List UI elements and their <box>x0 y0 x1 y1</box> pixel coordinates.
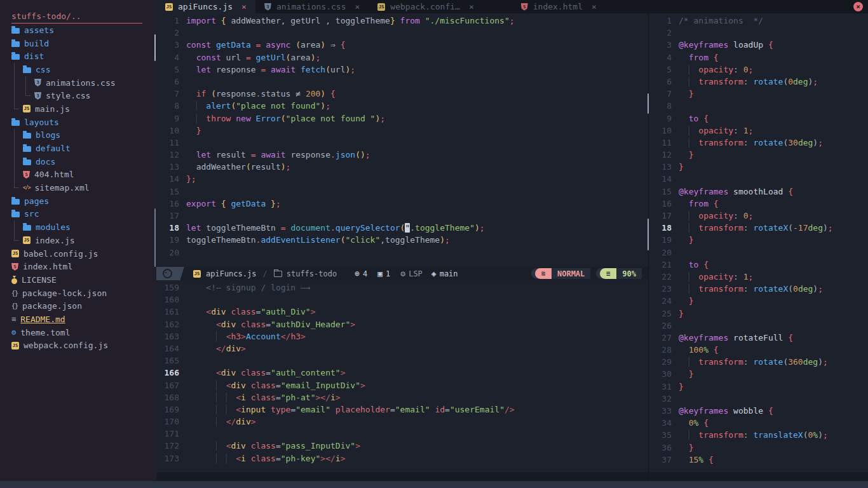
close-tab-icon[interactable]: × <box>469 2 474 11</box>
command-line[interactable] <box>0 481 868 488</box>
buffers-icon: ▣ <box>377 269 383 278</box>
line-number: 167 <box>156 379 186 391</box>
js-file-icon: JS <box>193 270 201 278</box>
tree-guide <box>11 102 23 116</box>
right-pane-scrollbar[interactable] <box>648 93 649 114</box>
line-number: 164 <box>156 342 186 355</box>
line-number: 3 <box>649 39 679 51</box>
code-line: 26 <box>649 320 868 332</box>
folder-icon <box>23 159 31 165</box>
folder-icon <box>23 67 31 73</box>
tab-label: index.html <box>533 2 583 11</box>
code-line: 165 <box>156 355 648 367</box>
line-number: 2 <box>649 27 679 39</box>
editor-animations-css[interactable]: 1/* animations */23@keyframes loadUp {4 … <box>649 13 868 472</box>
line-number: 4 <box>156 51 186 64</box>
tree-item-label: default <box>36 144 71 153</box>
tree-item-label: docs <box>36 157 55 166</box>
line-number: 6 <box>156 76 186 88</box>
line-number: 9 <box>156 112 186 125</box>
js-icon: JS <box>11 250 19 257</box>
folder-icon <box>274 271 282 277</box>
tree-item-readme-md[interactable]: ≡README.md <box>0 313 156 326</box>
tree-item-modules[interactable]: modules <box>0 220 156 234</box>
tree-item-animations-css[interactable]: 3animations.css <box>0 76 156 90</box>
tree-item-layouts[interactable]: layouts <box>0 116 156 129</box>
tree-item-license[interactable]: LICENSE <box>0 273 156 287</box>
tree-item-sitemap-xml[interactable]: </>sitemap.xml <box>0 181 156 194</box>
tree-item-pages[interactable]: pages <box>0 194 156 208</box>
tab-webpack-config[interactable]: JS webpack.confi… × <box>369 0 482 13</box>
tab-apifuncs-js[interactable]: JS apiFuncs.js × <box>156 0 255 13</box>
tree-item-404-html[interactable]: 5404.html <box>0 168 156 182</box>
code-line: 2 <box>156 27 648 39</box>
gear-icon: ⚙ <box>11 328 16 337</box>
statusline: JS apiFuncs.js / stuffs-todo ⊕ 4 ▣ 1 ⚙ <box>156 267 648 280</box>
statusline-filename: apiFuncs.js <box>206 269 256 278</box>
tree-root-title[interactable]: stuffs-todo/.. <box>11 11 142 24</box>
tree-item-webpack-config-js[interactable]: JSwebpack.config.js <box>0 339 156 353</box>
code-line: 164 </div> <box>156 342 648 355</box>
line-number: 13 <box>649 161 679 173</box>
sidebar-scrollbar[interactable] <box>154 208 156 267</box>
tree-item-main-js[interactable]: JSmain.js <box>0 102 156 116</box>
json-icon: {} <box>11 290 18 297</box>
line-number: 11 <box>156 137 186 149</box>
line-number: 19 <box>156 234 186 246</box>
tab-index-html[interactable]: 5 index.html × <box>512 0 606 13</box>
close-tab-icon[interactable]: × <box>355 2 360 11</box>
code-line: 9 ▏ throw new Error("place not found "); <box>156 112 648 125</box>
code-line: 20 <box>156 247 648 259</box>
js-file-icon: JS <box>377 3 385 11</box>
line-number: 1 <box>156 15 186 27</box>
close-tab-icon[interactable]: × <box>241 2 247 11</box>
close-all-button[interactable]: × <box>853 2 863 11</box>
git-added-count: 4 <box>363 269 367 278</box>
git-branch: main <box>440 269 458 278</box>
tree-item-package-lock-json[interactable]: {}package-lock.json <box>0 287 156 300</box>
tree-item-css[interactable]: css <box>0 63 156 76</box>
right-editor-column: 1/* animations */23@keyframes loadUp {4 … <box>648 13 868 481</box>
code-line: 24 } <box>649 295 868 307</box>
tree-item-style-css[interactable]: 3style.css <box>0 89 156 102</box>
line-number: 12 <box>156 149 186 161</box>
main-area: JS apiFuncs.js × 3 animations.css × JS w… <box>156 0 868 481</box>
tree-item-index-html[interactable]: 5index.html <box>0 260 156 273</box>
html-icon: 5 <box>11 263 18 271</box>
sidebar-scrollbar[interactable] <box>154 34 156 61</box>
editor-apifuncs-js[interactable]: 1import { addWeather, getUrl , toggleThe… <box>156 13 648 267</box>
code-line: 15@keyframes smoothLoad { <box>649 186 868 198</box>
code-line: 172 ▏ <div class="pass_InputDiv"> <box>156 440 648 452</box>
scroll-progress: ≡ 90% <box>596 268 642 279</box>
tree-item-label: animations.css <box>46 78 116 88</box>
folder-icon <box>11 41 20 47</box>
code-line: 161 <div class="auth_Div"> <box>156 306 648 318</box>
tree-item-blogs[interactable]: blogs <box>0 129 156 142</box>
line-number: 17 <box>156 210 186 222</box>
line-number: 11 <box>649 137 679 149</box>
tab-label: webpack.confi… <box>390 2 460 11</box>
code-line: 10 ▏ opacity: 1; <box>649 125 868 137</box>
file-tree-sidebar[interactable]: stuffs-todo/.. assetsbuilddistcss3animat… <box>0 0 156 481</box>
tree-item-docs[interactable]: docs <box>0 155 156 168</box>
tree-item-src[interactable]: src <box>0 208 156 221</box>
tab-animations-css[interactable]: 3 animations.css × <box>255 0 369 13</box>
editor-index-html[interactable]: 159 <!— signup / login —→160161 <div cla… <box>156 280 648 472</box>
file-tree: assetsbuilddistcss3animations.css3style.… <box>0 24 156 352</box>
tree-item-label: README.md <box>20 315 65 324</box>
tree-item-theme-toml[interactable]: ⚙theme.toml <box>0 326 156 339</box>
tree-item-build[interactable]: build <box>0 37 156 50</box>
line-number: 8 <box>649 100 679 112</box>
tree-item-index-js[interactable]: JSindex.js <box>0 234 156 247</box>
tree-item-babel-config-js[interactable]: JSbabel.config.js <box>0 247 156 261</box>
tree-item-dist[interactable]: dist <box>0 50 156 63</box>
line-number: 21 <box>649 259 679 271</box>
tree-item-assets[interactable]: assets <box>0 24 156 37</box>
tree-item-default[interactable]: default <box>0 142 156 155</box>
close-tab-icon[interactable]: × <box>592 2 597 11</box>
line-number: 29 <box>649 356 679 368</box>
tree-item-package-json[interactable]: {}package.json <box>0 299 156 313</box>
line-number: 16 <box>156 198 186 210</box>
right-pane-scrollbar[interactable] <box>648 219 649 250</box>
code-line: 33@keyframes wobble { <box>649 405 868 417</box>
